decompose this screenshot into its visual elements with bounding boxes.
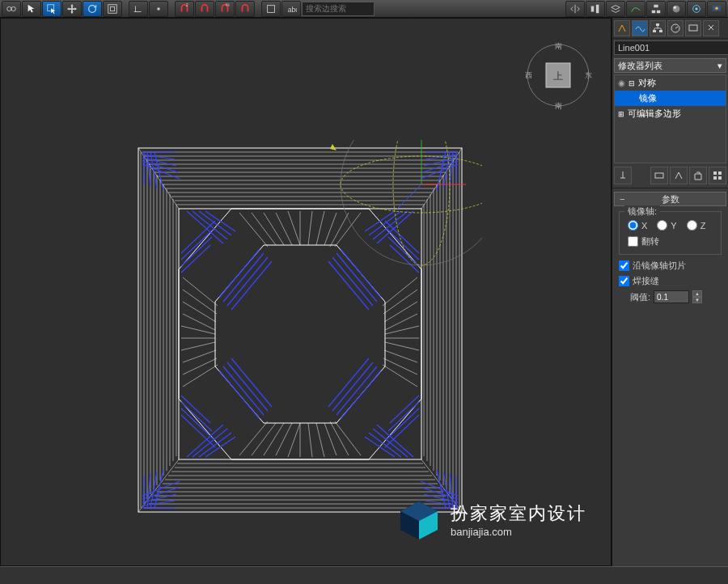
axis-y-radio[interactable]: Y (657, 220, 676, 231)
svg-line-114 (383, 277, 417, 306)
tool-mirror-icon[interactable] (565, 1, 585, 17)
tool-named-set-icon[interactable] (261, 1, 281, 17)
utilities-tab-icon[interactable] (703, 20, 719, 36)
tool-link-icon[interactable] (2, 1, 21, 17)
tool-center-icon[interactable] (149, 1, 168, 17)
tool-snap-2d-icon[interactable]: 2 (175, 1, 194, 17)
motion-tab-icon[interactable] (667, 20, 684, 36)
make-unique-button[interactable] (670, 167, 688, 184)
svg-line-157 (450, 473, 453, 508)
tool-snap-percent-icon[interactable]: % (215, 1, 235, 17)
svg-line-196 (341, 249, 381, 298)
stack-item-symmetry[interactable]: ◉ ⊟ 对称 (615, 75, 726, 91)
axis-x-radio[interactable]: X (628, 220, 647, 231)
show-end-result-button[interactable] (650, 167, 668, 184)
expand-icon[interactable]: ⊞ (618, 110, 624, 118)
tool-move-icon[interactable] (62, 1, 82, 17)
threshold-input[interactable] (654, 290, 689, 303)
svg-line-165 (193, 211, 227, 239)
svg-line-130 (147, 152, 150, 187)
svg-line-116 (384, 302, 417, 322)
tool-snap-spinner-icon[interactable] (235, 1, 255, 17)
svg-rect-219 (659, 30, 662, 32)
svg-line-170 (388, 237, 419, 266)
svg-line-191 (365, 437, 395, 457)
svg-line-99 (308, 423, 312, 457)
tool-render-setup-icon[interactable] (687, 1, 706, 17)
mirror-axis-label: 镜像轴: (624, 205, 660, 218)
status-bar (0, 566, 728, 584)
tool-curve-editor-icon[interactable] (626, 1, 645, 17)
viewcube[interactable]: 上 南 南 东 西 (522, 39, 595, 112)
create-tab-icon[interactable] (614, 20, 630, 36)
spinner-up-button[interactable]: ▲ (692, 290, 702, 297)
spinner-down-button[interactable]: ▼ (692, 297, 702, 303)
remove-modifier-button[interactable] (689, 167, 707, 184)
modifier-list-label: 修改器列表 (618, 60, 662, 72)
watermark-en: banjiajia.com (451, 526, 586, 538)
svg-line-186 (388, 402, 419, 431)
svg-line-84 (264, 213, 284, 245)
svg-line-102 (330, 421, 349, 455)
weld-checkbox[interactable]: 焊接缝 (619, 275, 659, 287)
stack-item-mirror[interactable]: 镜像 (615, 91, 726, 106)
wireframe-object[interactable] (118, 140, 482, 520)
svg-point-0 (7, 6, 11, 11)
svg-line-161 (181, 229, 214, 260)
chevron-down-icon: ▾ (717, 61, 722, 71)
svg-rect-222 (655, 173, 663, 178)
modifier-list-dropdown[interactable]: 修改器列表 ▾ (614, 58, 726, 73)
svg-line-178 (181, 402, 212, 431)
svg-line-101 (324, 423, 336, 455)
svg-line-173 (373, 211, 408, 239)
tool-render-icon[interactable] (707, 1, 726, 17)
modifier-stack[interactable]: ◉ ⊟ 对称 镜像 ⊞ 可编辑多边形 (614, 74, 726, 163)
tool-refsys-icon[interactable] (129, 1, 148, 17)
stack-item-editable-poly[interactable]: ⊞ 可编辑多边形 (615, 106, 726, 121)
svg-rect-223 (713, 171, 717, 175)
svg-line-100 (316, 423, 324, 457)
svg-line-195 (231, 261, 272, 310)
tool-align-icon[interactable] (586, 1, 605, 17)
slice-checkbox[interactable]: 沿镜像轴切片 (619, 260, 686, 272)
axis-z-radio[interactable]: Z (687, 220, 706, 231)
tool-scale-icon[interactable] (103, 1, 122, 17)
svg-line-207 (328, 358, 369, 407)
svg-line-192 (219, 249, 260, 298)
tool-text-icon[interactable]: abc (281, 1, 301, 17)
rollout-parameters-header[interactable]: 参数 (614, 192, 726, 206)
svg-line-94 (252, 423, 276, 455)
tool-rotate-icon[interactable] (83, 1, 102, 17)
svg-line-82 (239, 213, 268, 247)
toolbar-search-input[interactable] (302, 2, 375, 16)
svg-line-139 (450, 152, 453, 187)
svg-line-169 (387, 229, 419, 260)
svg-line-113 (183, 365, 218, 387)
svg-line-95 (264, 423, 284, 455)
svg-line-83 (252, 213, 276, 245)
svg-line-121 (384, 350, 417, 362)
modify-tab-icon[interactable] (632, 20, 648, 36)
tool-material-icon[interactable] (667, 1, 686, 17)
tool-layers-icon[interactable] (606, 1, 625, 17)
svg-rect-4 (110, 6, 114, 11)
configure-sets-button[interactable] (709, 167, 726, 184)
viewcube-e: 东 (585, 71, 592, 79)
expand-icon[interactable]: ⊟ (629, 79, 635, 87)
display-tab-icon[interactable] (685, 20, 701, 36)
viewcube-top-label[interactable]: 上 (553, 70, 563, 82)
viewport[interactable]: 上 南 南 东 西 (0, 18, 612, 566)
tool-select-icon[interactable] (22, 1, 41, 17)
svg-line-120 (385, 342, 419, 350)
tool-schematic-icon[interactable] (646, 1, 666, 17)
top-toolbar: 2 % abc (0, 0, 728, 18)
rollout-parameters-body: 镜像轴: X Y Z 翻转 沿镜像轴切片 焊接缝 阈值: ▲ (612, 206, 728, 308)
svg-line-96 (276, 423, 292, 455)
svg-rect-221 (689, 25, 697, 31)
pin-stack-button[interactable] (614, 167, 632, 184)
hierarchy-tab-icon[interactable] (650, 20, 666, 36)
tool-snap-angle-icon[interactable] (195, 1, 214, 17)
tool-select-region-icon[interactable] (42, 1, 61, 17)
flip-checkbox[interactable]: 翻转 (628, 235, 659, 248)
object-name-input[interactable] (614, 40, 728, 55)
